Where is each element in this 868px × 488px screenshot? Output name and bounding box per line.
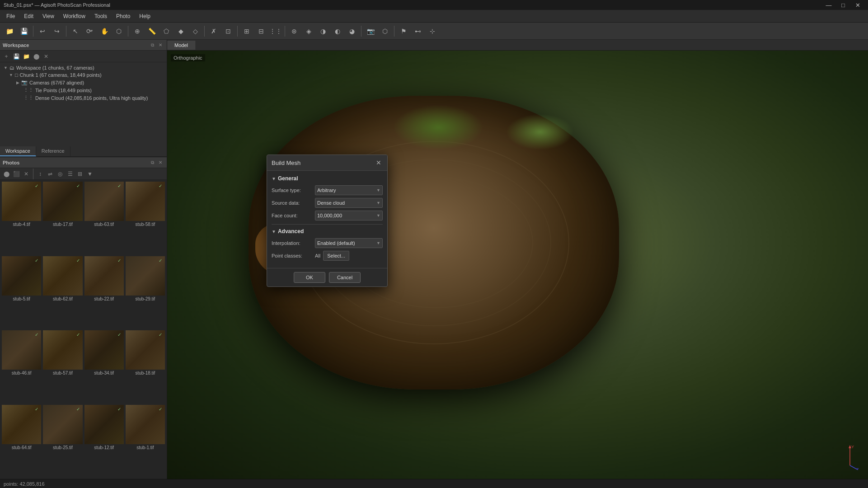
photo-item-3[interactable]: ✓ stub-58.tif bbox=[125, 181, 166, 255]
menu-tools[interactable]: Tools bbox=[90, 11, 112, 21]
menu-file[interactable]: File bbox=[2, 11, 19, 21]
viewport-tab-model[interactable]: Model bbox=[167, 41, 196, 50]
toolbar-camera-button[interactable]: 📷 bbox=[364, 24, 377, 38]
toolbar-move-object-button[interactable]: ⊕ bbox=[131, 24, 144, 38]
toolbar-split-button[interactable]: ✗ bbox=[207, 24, 221, 38]
toolbar-align3-button[interactable]: ◑ bbox=[316, 24, 330, 38]
ws-stop-button[interactable]: ⬤ bbox=[32, 52, 41, 61]
minimize-button[interactable]: — bbox=[822, 0, 835, 10]
dialog-close-button[interactable]: ✕ bbox=[375, 159, 383, 167]
toolbar-grid4-button[interactable]: ⋮⋮ bbox=[269, 24, 282, 38]
ws-folder-button[interactable]: 📁 bbox=[22, 52, 31, 61]
ws-close-x-button[interactable]: ✕ bbox=[42, 52, 51, 61]
photos-marker-button[interactable]: ◎ bbox=[56, 169, 65, 178]
tree-item-chunk[interactable]: ▼ □ Chunk 1 (67 cameras, 18,449 points) bbox=[0, 71, 167, 79]
interpolation-dropdown[interactable]: Enabled (default) ▼ bbox=[315, 238, 383, 248]
toolbar-align2-button[interactable]: ◈ bbox=[302, 24, 315, 38]
general-section-header[interactable]: ▼ General bbox=[272, 175, 383, 182]
photos-more-button[interactable]: ▼ bbox=[85, 169, 94, 178]
source-data-dropdown[interactable]: Dense cloud ▼ bbox=[315, 198, 383, 208]
photo-item-13[interactable]: ✓ stub-25.tif bbox=[42, 404, 83, 479]
tree-item-workspace[interactable]: ▼ 🗂 Workspace (1 chunks, 67 cameras) bbox=[0, 64, 167, 71]
ws-add-chunk-button[interactable]: + bbox=[2, 52, 11, 61]
face-count-dropdown[interactable]: 10,000,000 ▼ bbox=[315, 211, 383, 221]
ok-button[interactable]: OK bbox=[294, 272, 325, 283]
surface-type-dropdown[interactable]: Arbitrary ▼ bbox=[315, 185, 383, 195]
tree-item-densecloud[interactable]: ⋮⋮ Dense Cloud (42,085,816 points, Ultra… bbox=[0, 94, 167, 102]
menu-edit[interactable]: Edit bbox=[19, 11, 38, 21]
workspace-panel-header: Workspace ⧉ ✕ bbox=[0, 40, 167, 51]
toolbar-flag-button[interactable]: ⬡ bbox=[378, 24, 392, 38]
menu-help[interactable]: Help bbox=[135, 11, 155, 21]
photo-item-0[interactable]: ✓ stub-4.tif bbox=[1, 181, 42, 255]
photos-nav-button[interactable]: ↕ bbox=[36, 169, 45, 178]
close-button[interactable]: ✕ bbox=[851, 0, 864, 10]
toolbar-ruler-button[interactable]: 📏 bbox=[145, 24, 159, 38]
photos-filter-button[interactable]: ⇌ bbox=[46, 169, 55, 178]
photos-play-button[interactable]: ⬤ bbox=[2, 169, 11, 178]
photos-stop-button[interactable]: ⬛ bbox=[12, 169, 21, 178]
toolbar-polygon-button[interactable]: ⬠ bbox=[160, 24, 173, 38]
viewport-label: Orthographic bbox=[171, 54, 205, 61]
toolbar-open-button[interactable]: 📁 bbox=[3, 24, 16, 38]
advanced-section-header[interactable]: ▼ Advanced bbox=[272, 228, 383, 235]
toolbar-save-button[interactable]: 💾 bbox=[17, 24, 31, 38]
toolbar-erase-button[interactable]: ◇ bbox=[188, 24, 202, 38]
workspace-close-button[interactable]: ✕ bbox=[157, 42, 164, 49]
toolbar-chunk-button[interactable]: ⊹ bbox=[426, 24, 439, 38]
photo-item-5[interactable]: ✓ stub-62.tif bbox=[42, 255, 83, 330]
toolbar-rotate-button[interactable]: ⟳▼ bbox=[83, 24, 97, 38]
photo-item-6[interactable]: ✓ stub-22.tif bbox=[84, 255, 125, 330]
toolbar-merge-button[interactable]: ⊡ bbox=[221, 24, 235, 38]
photo-item-12[interactable]: ✓ stub-64.tif bbox=[1, 404, 42, 479]
photo-item-9[interactable]: ✓ stub-57.tif bbox=[42, 329, 83, 404]
toolbar-redo-button[interactable]: ↪ bbox=[50, 24, 64, 38]
tree-item-tiepoints[interactable]: ⋮⋮ Tie Points (18,449 points) bbox=[0, 86, 167, 94]
toolbar-align4-button[interactable]: ◐ bbox=[331, 24, 344, 38]
toolbar-separator-5 bbox=[237, 26, 238, 37]
photo-item-1[interactable]: ✓ stub-17.tif bbox=[42, 181, 83, 255]
photo-item-8[interactable]: ✓ stub-46.tif bbox=[1, 329, 42, 404]
maximize-button[interactable]: □ bbox=[836, 0, 850, 10]
toolbar-select-button[interactable]: ↖ bbox=[69, 24, 82, 38]
photo-check-10: ✓ bbox=[117, 332, 121, 337]
photos-title: Photos bbox=[3, 160, 19, 165]
photo-item-11[interactable]: ✓ stub-18.tif bbox=[125, 329, 166, 404]
photo-thumb-3: ✓ bbox=[126, 182, 165, 221]
toolbar-undo-button[interactable]: ↩ bbox=[36, 24, 49, 38]
photos-list-button[interactable]: ☰ bbox=[66, 169, 75, 178]
toolbar-align5-button[interactable]: ◕ bbox=[345, 24, 359, 38]
photo-item-2[interactable]: ✓ stub-63.tif bbox=[84, 181, 125, 255]
photos-prev-button[interactable]: ✕ bbox=[22, 169, 31, 178]
menu-workflow[interactable]: Workflow bbox=[59, 11, 90, 21]
tree-item-cameras[interactable]: ▶ 📷 Cameras (67/67 aligned) bbox=[0, 79, 167, 86]
toolbar-zoom-button[interactable]: ⬡ bbox=[112, 24, 126, 38]
viewport[interactable]: Orthographic Y Z Build Mesh bbox=[167, 51, 868, 479]
tab-reference[interactable]: Reference bbox=[36, 146, 70, 156]
tab-workspace[interactable]: Workspace bbox=[0, 146, 36, 156]
menu-view[interactable]: View bbox=[38, 11, 59, 21]
photos-close-button[interactable]: ✕ bbox=[157, 159, 164, 166]
dialog-titlebar: Build Mesh ✕ bbox=[267, 155, 387, 171]
toolbar-align-button[interactable]: ⊛ bbox=[287, 24, 301, 38]
toolbar-grid3-button[interactable]: ⊟ bbox=[254, 24, 268, 38]
toolbar-flag2-button[interactable]: ⚑ bbox=[397, 24, 410, 38]
photos-float-button[interactable]: ⧉ bbox=[149, 159, 156, 166]
toolbar-scalebar-button[interactable]: ⊷ bbox=[411, 24, 425, 38]
photos-grid-button[interactable]: ⊞ bbox=[75, 169, 84, 178]
select-button[interactable]: Select... bbox=[323, 251, 349, 261]
workspace-float-button[interactable]: ⧉ bbox=[149, 42, 156, 49]
ws-save-button[interactable]: 💾 bbox=[12, 52, 21, 61]
menu-photo[interactable]: Photo bbox=[112, 11, 135, 21]
toolbar-paint-button[interactable]: ◆ bbox=[174, 24, 188, 38]
photo-item-14[interactable]: ✓ stub-12.tif bbox=[84, 404, 125, 479]
photo-item-4[interactable]: ✓ stub-5.tif bbox=[1, 255, 42, 330]
photo-item-15[interactable]: ✓ stub-1.tif bbox=[125, 404, 166, 479]
workspace-toolbar: + 💾 📁 ⬤ ✕ bbox=[0, 51, 167, 62]
cancel-button[interactable]: Cancel bbox=[329, 272, 361, 283]
toolbar-pan-button[interactable]: ✋ bbox=[98, 24, 111, 38]
workspace-title: Workspace bbox=[3, 42, 29, 48]
photo-item-7[interactable]: ✓ stub-29.tif bbox=[125, 255, 166, 330]
photo-item-10[interactable]: ✓ stub-34.tif bbox=[84, 329, 125, 404]
toolbar-grid2-button[interactable]: ⊞ bbox=[240, 24, 253, 38]
